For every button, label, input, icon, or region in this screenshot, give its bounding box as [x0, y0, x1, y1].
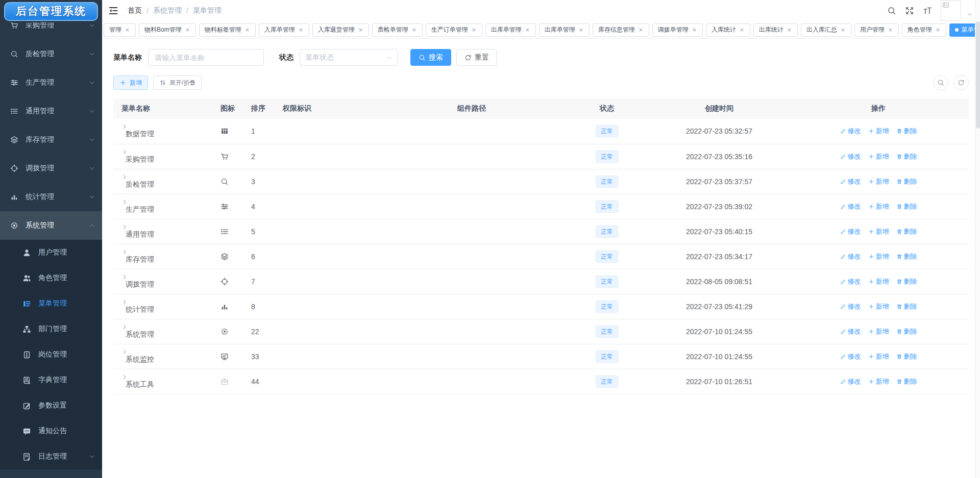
add-link[interactable]: 新增	[868, 252, 889, 261]
tab[interactable]: 出库统计	[753, 23, 798, 37]
row-expand-icon[interactable]	[121, 174, 128, 180]
sidebar-fold-icon[interactable]	[108, 6, 118, 16]
hide-search-button[interactable]	[933, 75, 948, 90]
sidebar-item[interactable]: 质检管理	[0, 40, 102, 68]
tab[interactable]: 物料Bom管理	[139, 23, 196, 37]
edit-link[interactable]: 修改	[840, 202, 861, 211]
add-link[interactable]: 新增	[868, 127, 889, 136]
delete-link[interactable]: 删除	[896, 152, 917, 161]
sidebar-item[interactable]: 调拨管理	[0, 154, 102, 183]
edit-link[interactable]: 修改	[840, 252, 861, 261]
edit-link[interactable]: 修改	[840, 127, 861, 136]
tab[interactable]: 生产订单管理	[426, 23, 482, 37]
delete-link[interactable]: 删除	[896, 277, 917, 286]
page-scrollbar[interactable]	[975, 0, 980, 478]
tab-close-icon[interactable]	[125, 27, 130, 33]
delete-link[interactable]: 删除	[896, 227, 917, 236]
delete-link[interactable]: 删除	[896, 302, 917, 311]
add-link[interactable]: 新增	[868, 227, 889, 236]
sidebar-item[interactable]: 通知公告	[0, 418, 102, 444]
tab-close-icon[interactable]	[578, 27, 584, 33]
tab[interactable]: 调拨单管理	[652, 23, 703, 37]
menu-name-input[interactable]	[148, 49, 264, 66]
breadcrumb-item[interactable]: 系统管理	[153, 6, 182, 15]
tab-close-icon[interactable]	[935, 27, 941, 33]
delete-link[interactable]: 删除	[896, 327, 917, 336]
page-scrollbar-thumb[interactable]	[976, 21, 980, 129]
sidebar-item[interactable]: 生产管理	[0, 68, 102, 97]
header-search-icon[interactable]	[887, 6, 896, 15]
row-expand-icon[interactable]	[121, 274, 128, 280]
tab-close-icon[interactable]	[739, 27, 745, 33]
add-button[interactable]: 新增	[113, 76, 148, 90]
sidebar-item[interactable]: 通用管理	[0, 97, 102, 125]
tab[interactable]: 管理	[104, 23, 136, 37]
sidebar-item[interactable]: 用户管理	[0, 240, 102, 265]
tab-close-icon[interactable]	[185, 27, 190, 33]
sidebar-item[interactable]: 部门管理	[0, 316, 102, 342]
tab-close-icon[interactable]	[244, 27, 250, 33]
sidebar-item[interactable]: 字典管理	[0, 367, 102, 393]
search-button[interactable]: 搜索	[410, 49, 451, 66]
tab[interactable]: 出库单管理	[539, 23, 590, 37]
sidebar-item[interactable]: 菜单管理	[0, 291, 102, 316]
tab-close-icon[interactable]	[525, 27, 530, 33]
sidebar-item[interactable]: 日志管理	[0, 444, 102, 469]
tab[interactable]: 用户管理	[854, 23, 899, 37]
edit-link[interactable]: 修改	[840, 227, 861, 236]
add-link[interactable]: 新增	[868, 377, 889, 386]
row-expand-icon[interactable]	[121, 349, 128, 355]
tab[interactable]: 入库单管理	[259, 23, 309, 37]
add-link[interactable]: 新增	[868, 177, 889, 186]
tab-close-icon[interactable]	[358, 27, 363, 33]
edit-link[interactable]: 修改	[840, 377, 861, 386]
sidebar-item[interactable]: 参数设置	[0, 393, 102, 418]
edit-link[interactable]: 修改	[840, 177, 861, 186]
row-expand-icon[interactable]	[121, 123, 128, 130]
sidebar-item[interactable]: 角色管理	[0, 265, 102, 291]
tab-close-icon[interactable]	[840, 27, 846, 33]
sidebar-item[interactable]: 岗位管理	[0, 342, 102, 367]
tab[interactable]: 库存信息管理	[593, 23, 649, 37]
tab[interactable]: 出入库汇总	[801, 23, 851, 37]
edit-link[interactable]: 修改	[840, 152, 861, 161]
avatar-dropdown-caret-icon[interactable]	[967, 11, 973, 17]
edit-link[interactable]: 修改	[840, 327, 861, 336]
delete-link[interactable]: 删除	[896, 177, 917, 186]
row-expand-icon[interactable]	[121, 299, 128, 305]
row-expand-icon[interactable]	[121, 224, 128, 230]
delete-link[interactable]: 删除	[896, 377, 917, 386]
row-expand-icon[interactable]	[121, 149, 128, 155]
tab[interactable]: 入库退货管理	[312, 23, 369, 37]
sidebar-item[interactable]: 系统管理	[0, 211, 102, 240]
tab-close-icon[interactable]	[298, 27, 304, 33]
edit-link[interactable]: 修改	[840, 277, 861, 286]
row-expand-icon[interactable]	[121, 374, 128, 380]
add-link[interactable]: 新增	[868, 152, 889, 161]
add-link[interactable]: 新增	[868, 302, 889, 311]
delete-link[interactable]: 删除	[896, 252, 917, 261]
avatar[interactable]	[941, 1, 961, 21]
tab[interactable]: 出库单管理	[485, 23, 536, 37]
row-expand-icon[interactable]	[121, 324, 128, 330]
breadcrumb-item[interactable]: 首页	[128, 6, 142, 15]
tab[interactable]: 入库统计	[706, 23, 750, 37]
add-link[interactable]: 新增	[868, 277, 889, 286]
refresh-table-button[interactable]	[953, 75, 969, 90]
row-expand-icon[interactable]	[121, 249, 128, 255]
delete-link[interactable]: 删除	[896, 127, 917, 136]
add-link[interactable]: 新增	[868, 202, 889, 211]
add-link[interactable]: 新增	[868, 352, 889, 361]
tab-close-icon[interactable]	[411, 27, 417, 33]
add-link[interactable]: 新增	[868, 327, 889, 336]
tab-close-icon[interactable]	[638, 27, 644, 33]
status-select[interactable]: 菜单状态	[300, 49, 398, 66]
tab-close-icon[interactable]	[787, 27, 792, 33]
sidebar-item[interactable]: 库存管理	[0, 125, 102, 154]
sidebar-item[interactable]: 统计管理	[0, 183, 102, 211]
delete-link[interactable]: 删除	[896, 202, 917, 211]
reset-button[interactable]: 重置	[456, 49, 497, 66]
expand-collapse-button[interactable]: 展开/折叠	[153, 76, 202, 90]
tab[interactable]: 角色管理	[902, 23, 946, 37]
font-size-icon[interactable]	[923, 6, 932, 15]
